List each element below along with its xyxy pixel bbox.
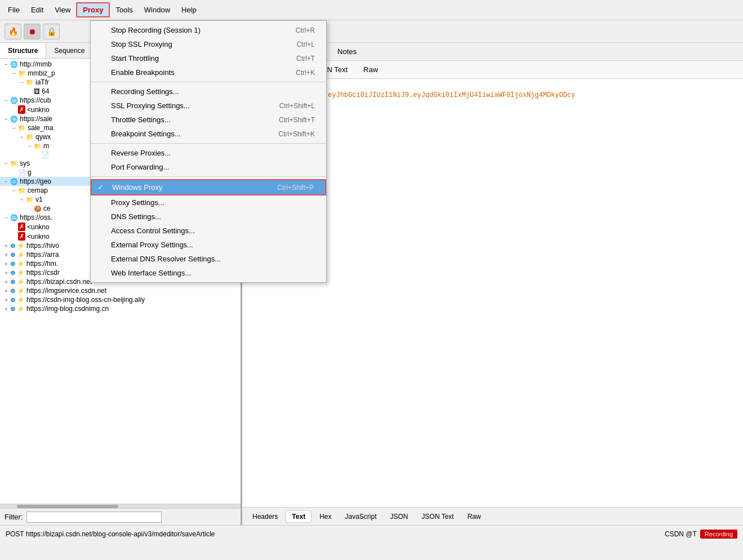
toggle-icon[interactable]: +	[2, 243, 10, 249]
menu-ssl-proxying-settings[interactable]: SSL Proxying Settings... Ctrl+Shift+L	[91, 99, 326, 113]
error-icon: ✗	[18, 223, 25, 231]
tree-item-label: iaTfr	[35, 78, 49, 86]
toggle-icon[interactable]: −	[2, 97, 10, 104]
toggle-icon[interactable]: +	[2, 279, 10, 285]
tab-javascript[interactable]: JavaScript	[340, 511, 382, 522]
menu-stop-recording[interactable]: Stop Recording (Session 1) Ctrl+R	[91, 23, 326, 37]
ssl-button[interactable]: 🔒	[43, 24, 60, 39]
menu-windows-proxy[interactable]: ✓ Windows Proxy Ctrl+Shift+P	[91, 179, 326, 195]
menu-access-control[interactable]: Access Control Settings...	[91, 224, 326, 238]
toggle-icon[interactable]: −	[10, 70, 18, 77]
tab-headers[interactable]: Headers	[247, 511, 283, 522]
menu-breakpoint-settings[interactable]: Breakpoint Settings... Ctrl+Shift+K	[91, 127, 326, 141]
menu-proxy[interactable]: Proxy	[76, 2, 110, 17]
menu-enable-breakpoints[interactable]: Enable Breakpoints Ctrl+K	[91, 65, 326, 79]
lightning-icon: ⚡	[17, 260, 25, 268]
toggle-icon[interactable]: −	[2, 179, 10, 185]
menu-item-label: DNS Settings...	[111, 212, 161, 221]
menu-window[interactable]: Window	[139, 3, 176, 16]
menu-start-throttling[interactable]: Start Throttling Ctrl+T	[91, 51, 326, 65]
menu-port-forwarding[interactable]: Port Forwarding...	[91, 160, 326, 174]
menu-view[interactable]: View	[49, 3, 76, 16]
toggle-icon[interactable]: −	[10, 188, 18, 194]
menu-item-shortcut: Ctrl+Shift+K	[278, 130, 315, 138]
menu-tools[interactable]: Tools	[110, 3, 138, 16]
menu-external-proxy[interactable]: External Proxy Settings...	[91, 238, 326, 252]
lightning-icon: ⚡	[17, 287, 25, 295]
menu-separator	[91, 176, 326, 177]
toggle-icon[interactable]: −	[2, 161, 10, 167]
tab-text[interactable]: Text	[286, 510, 312, 523]
menu-stop-ssl[interactable]: Stop SSL Proxying Ctrl+L	[91, 37, 326, 51]
toggle-icon[interactable]: +	[2, 288, 10, 294]
menu-file[interactable]: File	[2, 3, 25, 16]
toggle-icon[interactable]: +	[2, 270, 10, 276]
toggle-icon[interactable]: −	[26, 143, 34, 149]
tab-structure[interactable]: Structure	[0, 43, 46, 58]
tree-row[interactable]: + ⊕ ⚡ https://imgservice.csdn.net	[0, 286, 241, 295]
tab-raw[interactable]: Raw	[357, 63, 385, 76]
menu-item-label: Recording Settings...	[111, 87, 179, 96]
menu-item-label: Breakpoint Settings...	[111, 130, 181, 138]
menu-item-label: SSL Proxying Settings...	[111, 101, 190, 110]
tree-item-label: https://oss.	[20, 214, 52, 221]
proxy-menu: Stop Recording (Session 1) Ctrl+R Stop S…	[90, 20, 327, 283]
tab-sequence[interactable]: Sequence	[46, 43, 93, 58]
record-button[interactable]: ⏺	[24, 24, 41, 39]
menu-proxy-settings[interactable]: Proxy Settings...	[91, 195, 326, 210]
tab-hex[interactable]: Hex	[314, 511, 337, 522]
menu-item-shortcut: Ctrl+Shift+P	[277, 184, 314, 192]
tab-raw-bottom[interactable]: Raw	[462, 511, 487, 522]
toggle-icon[interactable]: −	[18, 197, 26, 203]
bottom-tabs: Headers Text Hex JavaScript JSON JSON Te…	[242, 507, 743, 525]
toggle-icon[interactable]: −	[2, 215, 10, 221]
toggle-icon[interactable]: +	[2, 297, 10, 303]
lightning-icon: ⚡	[17, 242, 25, 250]
tree-item-label: https://hm.	[26, 260, 58, 268]
folder-icon: 📁	[26, 79, 34, 86]
flame-button[interactable]: 🔥	[5, 24, 21, 39]
plus-icon: ⊕	[10, 305, 15, 313]
menu-item-shortcut: Ctrl+R	[296, 26, 315, 34]
toggle-icon[interactable]: +	[2, 306, 10, 312]
menu-web-interface[interactable]: Web Interface Settings...	[91, 266, 326, 280]
menu-reverse-proxies[interactable]: Reverse Proxies...	[91, 146, 326, 160]
toggle-icon[interactable]: −	[10, 125, 18, 131]
tree-row[interactable]: + ⊕ ⚡ https://img-blog.csdnimg.cn	[0, 304, 241, 313]
tree-item-label: cemap	[28, 186, 48, 194]
tree-item-label: <unkno	[27, 233, 50, 241]
menu-item-label: Access Control Settings...	[111, 226, 195, 235]
globe-icon: 🌐	[10, 61, 18, 68]
tree-item-label: 64	[42, 87, 49, 95]
globe-icon: 🌐	[10, 178, 18, 185]
toggle-icon[interactable]: −	[18, 79, 26, 86]
menu-dns-settings[interactable]: DNS Settings...	[91, 210, 326, 224]
recording-badge: Recording	[700, 530, 737, 539]
tree-item-label: https://arra	[26, 251, 59, 259]
menu-item-label: External Proxy Settings...	[111, 241, 193, 249]
folder-icon: 📁	[18, 70, 26, 77]
tab-json-text-bottom[interactable]: JSON Text	[416, 511, 460, 522]
menu-external-dns[interactable]: External DNS Resolver Settings...	[91, 252, 326, 266]
toggle-icon[interactable]: +	[2, 252, 10, 258]
lightning-icon: ⚡	[17, 251, 25, 259]
cookie-icon: 🍪	[34, 205, 42, 212]
tree-row[interactable]: + ⊕ ⚡ https://csdn-img-blog.oss-cn-beiji…	[0, 295, 241, 304]
menu-recording-settings[interactable]: Recording Settings...	[91, 85, 326, 99]
tree-item-label: mmbiz_p	[28, 69, 55, 77]
toggle-icon[interactable]: +	[2, 261, 10, 267]
tree-item-label: qywx	[35, 133, 51, 141]
toggle-icon[interactable]: −	[2, 61, 10, 68]
menu-throttle-settings[interactable]: Throttle Settings... Ctrl+Shift+T	[91, 113, 326, 127]
tab-json-bottom[interactable]: JSON	[385, 511, 414, 522]
toggle-icon[interactable]: −	[2, 116, 10, 122]
menu-item-label: Proxy Settings...	[111, 198, 164, 207]
filter-input[interactable]	[26, 512, 162, 523]
menu-help[interactable]: Help	[176, 3, 202, 16]
globe-icon: 🌐	[10, 97, 18, 104]
menu-edit[interactable]: Edit	[25, 3, 49, 16]
tree-item-label: https://csdn-img-blog.oss-cn-beijing.ali…	[26, 296, 145, 304]
toggle-icon[interactable]: −	[18, 134, 26, 140]
menu-separator	[91, 143, 326, 144]
tab-notes[interactable]: Notes	[331, 45, 363, 58]
